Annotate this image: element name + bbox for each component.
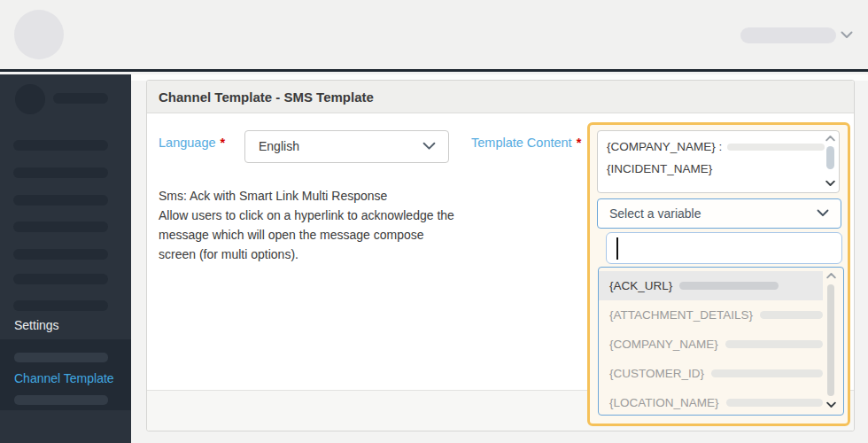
- variable-select-placeholder: Select a variable: [609, 199, 701, 228]
- account-name-skeleton: [740, 27, 836, 43]
- option-value-skeleton: [760, 311, 823, 319]
- textarea-scrollbar[interactable]: [825, 135, 836, 189]
- redacted-text-skeleton: [727, 144, 825, 151]
- text-cursor: [616, 237, 618, 260]
- template-content-line: {COMPANY_NAME} :: [607, 140, 818, 153]
- scroll-down-icon[interactable]: [825, 180, 836, 189]
- option-value-skeleton: [725, 340, 823, 348]
- scroll-down-icon[interactable]: [826, 401, 837, 410]
- language-select-value: English: [259, 131, 299, 162]
- sidebar-logo-skeleton: [15, 84, 45, 114]
- chevron-down-icon: [422, 142, 436, 151]
- top-header-bar: [0, 0, 868, 72]
- card-header: Channel Template - SMS Template: [147, 81, 854, 113]
- variable-option[interactable]: {LOCATION_NAME}: [599, 388, 823, 416]
- required-marker: *: [221, 136, 226, 150]
- scrollbar-thumb[interactable]: [827, 284, 834, 396]
- sidebar-nav: Settings Channel Template: [0, 74, 131, 443]
- language-label: Language*: [159, 136, 225, 150]
- sms-template-title: Sms: Ack with Smart Link Multi Response: [159, 186, 463, 206]
- template-content-label: Template Content*: [471, 136, 581, 150]
- scroll-up-icon[interactable]: [825, 135, 836, 144]
- sidebar-skeleton-bar: [13, 249, 108, 260]
- sidebar-skeleton-bar: [13, 300, 108, 311]
- sidebar-skeleton-bar: [14, 353, 108, 362]
- sidebar-skeleton-bar: [13, 140, 108, 151]
- option-value-skeleton: [711, 369, 823, 377]
- template-content-textarea[interactable]: {COMPANY_NAME} : {INCIDENT_NAME}: [597, 130, 840, 193]
- chevron-down-icon: [841, 31, 853, 39]
- logo-avatar-placeholder: [14, 10, 64, 59]
- sms-template-info: Sms: Ack with Smart Link Multi Response …: [159, 186, 463, 264]
- page-title: Channel Template - SMS Template: [159, 81, 374, 113]
- variable-search-input[interactable]: [606, 232, 842, 264]
- sidebar-skeleton-bar: [13, 274, 108, 284]
- option-value-skeleton: [679, 282, 779, 290]
- template-content-line: {INCIDENT_NAME}: [607, 162, 818, 175]
- sidebar-skeleton-bar: [53, 93, 108, 104]
- account-menu[interactable]: [740, 25, 856, 46]
- variable-option[interactable]: {COMPANY_NAME}: [599, 330, 823, 359]
- sidebar-item-settings[interactable]: Settings: [14, 318, 59, 332]
- options-scrollbar[interactable]: [826, 272, 837, 410]
- chevron-down-icon: [817, 209, 829, 217]
- scrollbar-thumb[interactable]: [826, 146, 834, 169]
- sidebar-item-channel-template[interactable]: Channel Template: [14, 371, 114, 385]
- sidebar-skeleton-bar: [13, 222, 108, 232]
- language-select[interactable]: English: [244, 130, 449, 163]
- variable-option[interactable]: {ATTACHMENT_DETAILS}: [599, 300, 823, 330]
- template-content-panel: {COMPANY_NAME} : {INCIDENT_NAME} Select …: [587, 122, 850, 426]
- app-window: Settings Channel Template Channel Templa…: [0, 0, 868, 443]
- sidebar-skeleton-bar: [13, 167, 108, 178]
- variable-option[interactable]: {ACK_URL}: [599, 271, 823, 300]
- option-value-skeleton: [726, 399, 823, 407]
- sms-template-description: Allow users to click on a hyperlink to a…: [159, 206, 463, 264]
- sidebar-skeleton-bar: [13, 195, 108, 206]
- variable-options-list: {ACK_URL} {ATTACHMENT_DETAILS} {COMPANY_…: [598, 267, 844, 416]
- variable-option[interactable]: {CUSTOMER_ID}: [599, 359, 823, 388]
- variable-select[interactable]: Select a variable: [597, 198, 841, 229]
- sidebar-settings-submenu: Channel Template: [0, 339, 131, 410]
- sidebar-skeleton-bar: [14, 395, 108, 405]
- scroll-up-icon[interactable]: [826, 272, 837, 281]
- required-marker: *: [577, 136, 582, 150]
